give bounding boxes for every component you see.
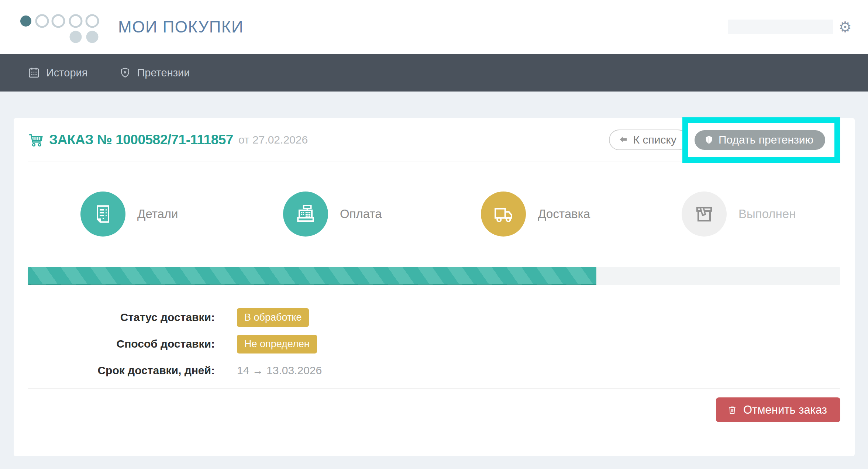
gear-icon[interactable]: ⚙ (838, 20, 852, 34)
cancel-order-button[interactable]: Отменить заказ (716, 397, 840, 422)
section-divider (28, 388, 840, 389)
order-card: ЗАКАЗ № 1000582/71-111857 от 27.02.2026 … (14, 118, 855, 456)
cash-register-icon (294, 202, 317, 226)
app-title: МОИ ПОКУПКИ (118, 18, 244, 36)
app-header: МОИ ПОКУПКИ ⚙ (0, 0, 868, 54)
nav-item-label: Претензии (137, 67, 190, 79)
step-completed: Выполнен (637, 192, 841, 237)
calendar-icon (28, 66, 40, 79)
step-delivery: Доставка (434, 192, 637, 237)
detail-row-method: Способ доставки: Не определен (28, 331, 840, 357)
submit-claim-label: Подать претензию (719, 134, 813, 146)
back-to-list-label: К списку (633, 134, 676, 146)
order-number-title: ЗАКАЗ № 1000582/71-111857 (49, 132, 233, 148)
step-delivery-circle (481, 192, 526, 237)
back-to-list-button[interactable]: К списку (609, 130, 688, 150)
step-completed-circle (682, 192, 727, 237)
page-content: ЗАКАЗ № 1000582/71-111857 от 27.02.2026 … (0, 92, 868, 456)
detail-row-term: Срок доставки, дней: 14 → 13.03.2026 (28, 357, 840, 384)
nav-item-claims[interactable]: Претензии (119, 66, 190, 79)
step-payment-circle (283, 192, 328, 237)
step-payment: Оплата (231, 192, 434, 237)
method-badge: Не определен (237, 335, 317, 354)
cancel-order-label: Отменить заказ (743, 403, 827, 417)
nav-item-label: История (46, 67, 87, 79)
step-payment-label: Оплата (340, 207, 382, 221)
order-progress-track (28, 267, 840, 285)
trash-icon (727, 404, 737, 415)
shield-x-icon (119, 66, 131, 79)
delivery-term-value: 14 → 13.03.2026 (237, 364, 322, 377)
step-details-circle (80, 192, 125, 237)
step-details-label: Детали (137, 207, 178, 221)
order-title-row: ЗАКАЗ № 1000582/71-111857 от 27.02.2026 … (28, 118, 840, 162)
step-details: Детали (28, 192, 231, 237)
step-completed-label: Выполнен (738, 207, 796, 221)
cart-icon (28, 131, 44, 148)
detail-row-status: Статус доставки: В обработке (28, 304, 840, 331)
detail-label: Статус доставки: (28, 311, 215, 324)
main-nav: История Претензии (0, 54, 868, 92)
truck-icon (492, 202, 515, 226)
detail-label: Способ доставки: (28, 338, 215, 350)
document-icon (92, 203, 114, 225)
app-logo[interactable]: МОИ ПОКУПКИ (18, 7, 244, 47)
highlight-annotation-box: Подать претензию (682, 117, 840, 163)
status-badge: В обработке (237, 308, 309, 327)
submit-claim-button[interactable]: Подать претензию (695, 130, 825, 150)
order-progress-steps: Детали Оплата (28, 192, 840, 237)
detail-label: Срок доставки, дней: (28, 364, 215, 377)
user-name-placeholder (728, 20, 833, 34)
package-box-icon (693, 203, 716, 225)
step-delivery-label: Доставка (538, 207, 590, 221)
arrow-left-icon (619, 135, 628, 145)
progress-bar-fill (28, 267, 596, 285)
shield-icon (704, 134, 714, 145)
nav-item-history[interactable]: История (28, 66, 87, 79)
order-date: от 27.02.2026 (238, 134, 308, 146)
logo-circles-icon (18, 7, 110, 47)
delivery-details: Статус доставки: В обработке Способ дост… (28, 304, 840, 384)
card-actions: Отменить заказ (28, 397, 840, 422)
